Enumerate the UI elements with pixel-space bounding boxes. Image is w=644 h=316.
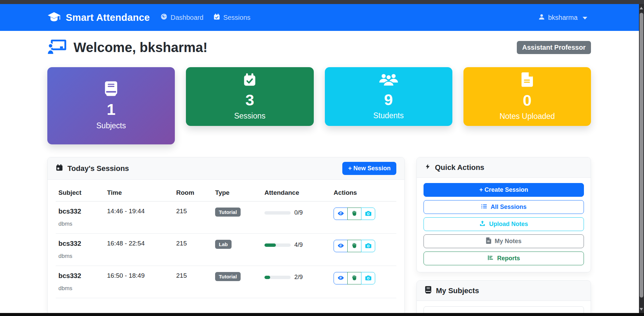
- session-course: dbms: [58, 285, 102, 295]
- column-header: Subject: [56, 182, 104, 201]
- column-header: Attendance: [262, 182, 331, 201]
- session-course: dbms: [58, 253, 102, 262]
- stat-card-subjects: 1 Subjects: [47, 67, 175, 144]
- all-sessions-button[interactable]: All Sessions: [424, 200, 584, 214]
- username-label: bksharma: [548, 14, 578, 21]
- attendance-count: 2/9: [294, 274, 303, 281]
- camera-button[interactable]: [361, 272, 375, 284]
- nav-item-label: Sessions: [223, 14, 250, 21]
- calendar-check-icon: [213, 13, 220, 22]
- navbar: Smart Attendance Dashboard Sessions bksh…: [0, 4, 644, 31]
- camera-button[interactable]: [361, 208, 375, 220]
- panel-title: My Subjects: [436, 286, 479, 295]
- column-header: Actions: [331, 182, 396, 201]
- quick-actions-panel: Quick Actions + Create Session All Sessi…: [416, 157, 591, 272]
- qa-button-label: Upload Notes: [489, 221, 528, 228]
- panel-title: Today's Sessions: [67, 164, 129, 173]
- stat-label: Sessions: [234, 111, 265, 121]
- attendance-progress-bar: [264, 276, 291, 279]
- attendance-hand-button[interactable]: [347, 272, 361, 284]
- nav-item-dashboard[interactable]: Dashboard: [160, 13, 203, 22]
- book-icon: [425, 286, 432, 296]
- brand-title: Smart Attendance: [66, 12, 150, 23]
- panel-title: Quick Actions: [435, 163, 484, 172]
- qa-button-label: + Create Session: [479, 186, 528, 193]
- graduation-cap-icon: [47, 12, 61, 24]
- hand-icon: [351, 242, 357, 250]
- file-icon: [522, 72, 533, 88]
- qa-button-label: All Sessions: [491, 204, 527, 211]
- new-session-button[interactable]: + New Session: [342, 162, 396, 175]
- sessions-table: Subject Time Room Type Attendance Action…: [56, 182, 396, 298]
- session-subject: bcs332: [58, 272, 102, 280]
- view-session-button[interactable]: [334, 208, 348, 220]
- hand-icon: [351, 210, 357, 217]
- column-header: Time: [104, 182, 174, 201]
- scrollbar-down-arrow[interactable]: [640, 308, 643, 311]
- window-bottom-bar: [0, 313, 644, 316]
- users-icon: [379, 73, 398, 88]
- eye-icon: [338, 210, 344, 218]
- nav-item-label: Dashboard: [170, 14, 203, 21]
- scrollbar[interactable]: [639, 4, 644, 316]
- camera-icon: [365, 210, 371, 218]
- brand[interactable]: Smart Attendance: [47, 12, 150, 24]
- window-top-bar: [0, 0, 644, 4]
- upload-icon: [479, 220, 486, 228]
- scrollbar-up-arrow[interactable]: [640, 7, 643, 9]
- stat-value: 0: [523, 92, 532, 109]
- camera-icon: [365, 275, 371, 282]
- book-icon: [104, 81, 118, 97]
- todays-sessions-panel: Today's Sessions + New Session Subject T…: [47, 157, 405, 315]
- attendance-progress-bar: [264, 243, 291, 247]
- calendar-check-icon: [243, 73, 256, 88]
- file-icon: [486, 237, 491, 245]
- attendance-hand-button[interactable]: [347, 208, 361, 220]
- reports-button[interactable]: Reports: [424, 252, 584, 265]
- upload-notes-button[interactable]: Upload Notes: [424, 217, 584, 231]
- user-icon: [538, 13, 545, 22]
- bolt-icon: [425, 163, 431, 172]
- my-subjects-panel: My Subjects bcs332 dbms 9 students: [416, 280, 591, 316]
- session-room: 215: [174, 266, 212, 298]
- eye-icon: [338, 242, 344, 250]
- stat-value: 9: [384, 91, 393, 108]
- nav-item-sessions[interactable]: Sessions: [213, 13, 250, 22]
- session-time: 16:50 - 18:49: [104, 266, 174, 298]
- stat-value: 3: [245, 91, 254, 109]
- session-row: bcs332 dbms 14:46 - 19:44 215 Tutorial 0: [56, 201, 396, 234]
- stat-card-notes: 0 Notes Uploaded: [463, 67, 591, 126]
- eye-icon: [338, 275, 344, 282]
- scrollbar-thumb[interactable]: [640, 13, 643, 298]
- stats-row: 1 Subjects 3 Sessions 9 Students 0 Notes…: [47, 67, 591, 144]
- dashboard-icon: [160, 13, 167, 22]
- session-row: bcs332 dbms 16:50 - 18:49 215 Tutorial 2: [56, 266, 396, 298]
- view-session-button[interactable]: [334, 240, 348, 252]
- main-content: Welcome, bksharma! Assistant Professor 1…: [47, 31, 591, 316]
- create-session-button[interactable]: + Create Session: [424, 183, 584, 197]
- session-course: dbms: [58, 221, 102, 230]
- my-notes-button[interactable]: My Notes: [424, 234, 584, 248]
- qa-button-label: My Notes: [495, 238, 522, 245]
- role-badge: Assistant Professor: [517, 41, 591, 54]
- stat-value: 1: [107, 101, 115, 118]
- caret-down-icon: [583, 17, 587, 19]
- hand-icon: [351, 275, 357, 282]
- view-session-button[interactable]: [334, 272, 348, 284]
- column-header: Room: [174, 182, 212, 201]
- session-type-badge: Lab: [215, 240, 232, 249]
- stat-card-sessions: 3 Sessions: [186, 67, 313, 126]
- attendance-count: 0/9: [294, 209, 303, 216]
- stat-label: Subjects: [96, 121, 126, 130]
- user-menu[interactable]: bksharma: [538, 13, 587, 22]
- session-row: bcs332 dbms 16:48 - 22:54 215 Lab 4/9: [56, 234, 396, 266]
- qa-button-label: Reports: [497, 255, 520, 262]
- calendar-icon: [56, 164, 63, 173]
- session-time: 14:46 - 19:44: [104, 201, 174, 234]
- session-room: 215: [174, 201, 212, 234]
- attendance-hand-button[interactable]: [347, 240, 361, 252]
- column-header: Type: [212, 182, 262, 201]
- stat-label: Students: [373, 111, 404, 120]
- nav-links: Dashboard Sessions: [160, 13, 250, 22]
- camera-button[interactable]: [361, 240, 375, 252]
